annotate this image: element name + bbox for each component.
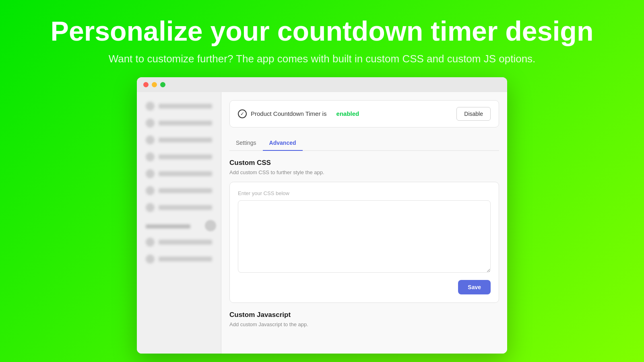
sidebar [137, 92, 221, 354]
page-sub-title: Want to customize further? The app comes… [51, 53, 594, 65]
sidebar-section-badge [205, 220, 216, 231]
sidebar-item-orders[interactable] [142, 115, 216, 131]
page-main-title: Personalize your countdown timer design [51, 16, 594, 46]
sidebar-item-analytics[interactable] [142, 166, 216, 181]
tab-advanced[interactable]: Advanced [263, 136, 303, 151]
sidebar-label-apps [159, 205, 212, 210]
dot-green [160, 82, 165, 87]
sidebar-icon-marketing [146, 186, 155, 195]
sidebar-label-products [159, 138, 212, 142]
sidebar-item-products[interactable] [142, 132, 216, 148]
save-row: Save [238, 280, 491, 294]
save-button[interactable]: Save [458, 280, 491, 294]
status-enabled: enabled [336, 110, 359, 117]
sidebar-icon-customers [146, 152, 155, 161]
sidebar-label-home [159, 104, 212, 109]
sidebar-icon-analytics [146, 169, 155, 178]
sidebar-icon-online-store [146, 238, 155, 247]
sidebar-item-pos[interactable] [142, 251, 216, 267]
custom-css-description: Add custom CSS to further style the app. [229, 169, 499, 175]
sidebar-icon-orders [146, 119, 155, 128]
status-bar: ✓ Product Countdown Timer is enabled Dis… [229, 100, 499, 128]
css-card: Enter your CSS below Save [229, 182, 499, 303]
sidebar-label-customers [159, 154, 212, 159]
disable-button[interactable]: Disable [456, 107, 491, 121]
custom-js-section: Custom Javascript Add custom Javascript … [229, 311, 499, 327]
browser-content: ✓ Product Countdown Timer is enabled Dis… [137, 92, 507, 354]
status-label: Product Countdown Timer is [251, 110, 326, 117]
browser-window: ✓ Product Countdown Timer is enabled Dis… [137, 77, 507, 354]
dot-yellow [152, 82, 157, 87]
check-icon: ✓ [238, 109, 247, 118]
sidebar-section-row [142, 220, 216, 231]
sidebar-icon-apps [146, 203, 155, 212]
sidebar-label-marketing [159, 188, 212, 193]
browser-titlebar [137, 77, 507, 92]
main-content: ✓ Product Countdown Timer is enabled Dis… [221, 92, 507, 354]
sidebar-item-online-store[interactable] [142, 234, 216, 250]
custom-js-description: Add custom Javascript to the app. [229, 321, 499, 327]
css-input-label: Enter your CSS below [238, 190, 491, 196]
sidebar-item-apps[interactable] [142, 200, 216, 215]
sidebar-icon-products [146, 136, 155, 144]
sidebar-item-home[interactable] [142, 99, 216, 114]
css-textarea[interactable] [238, 200, 491, 273]
sidebar-label-orders [159, 121, 212, 125]
tab-settings[interactable]: Settings [229, 136, 263, 151]
header-section: Personalize your countdown timer design … [51, 0, 594, 65]
sidebar-icon-home [146, 102, 155, 111]
status-text: ✓ Product Countdown Timer is enabled [238, 109, 359, 118]
sidebar-label-analytics [159, 171, 212, 176]
sidebar-section-label [146, 224, 190, 228]
sidebar-item-marketing[interactable] [142, 183, 216, 198]
custom-js-title: Custom Javascript [229, 311, 499, 319]
custom-css-title: Custom CSS [229, 159, 499, 167]
sidebar-label-pos [159, 257, 212, 261]
sidebar-icon-pos [146, 255, 155, 263]
tabs: Settings Advanced [229, 136, 499, 151]
sidebar-label-online-store [159, 240, 212, 245]
dot-red [143, 82, 149, 87]
sidebar-item-customers[interactable] [142, 149, 216, 165]
